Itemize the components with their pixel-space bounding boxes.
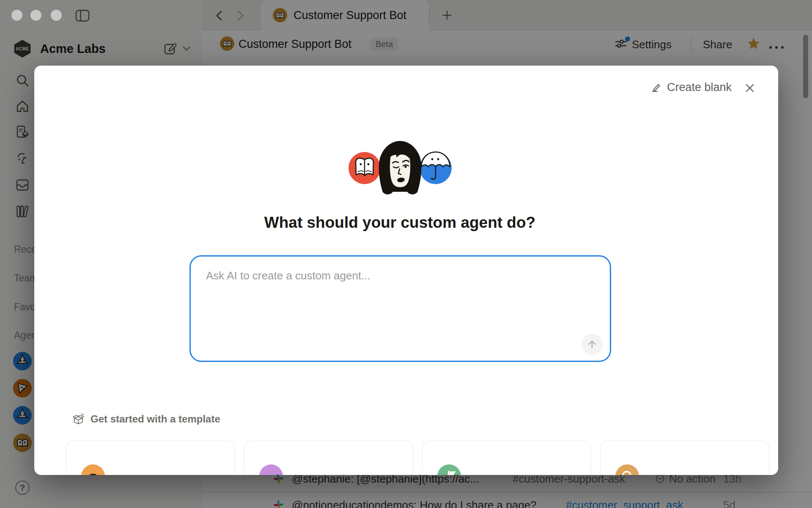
traffic-light-zoom[interactable]: [51, 10, 62, 21]
template-card-icon: [437, 464, 461, 475]
template-card-icon: [259, 464, 283, 475]
agent-illustration: [348, 136, 452, 195]
template-card[interactable]: [422, 441, 591, 475]
template-card[interactable]: [66, 441, 235, 475]
flag-icon: [437, 464, 461, 475]
agent-prompt-inputwrap: [189, 255, 611, 362]
close-icon[interactable]: [744, 83, 755, 94]
agent-prompt-input[interactable]: [189, 255, 611, 362]
open-book-icon: [356, 158, 373, 176]
traffic-light-close[interactable]: [11, 10, 22, 21]
template-card-icon: [81, 464, 105, 475]
hair-arch-icon: [81, 464, 105, 475]
pencil-line-icon: [651, 82, 662, 93]
magnifier-icon: [615, 464, 639, 475]
templates-heading-label: Get started with a template: [91, 413, 220, 425]
create-blank-label: Create blank: [667, 81, 732, 94]
traffic-light-minimize[interactable]: [30, 10, 41, 21]
template-card-icon: [615, 464, 639, 475]
template-cards-row: [66, 441, 769, 475]
modal-heading: What should your custom agent do?: [34, 214, 765, 232]
create-agent-modal: Create blank: [34, 66, 778, 475]
template-card[interactable]: [600, 441, 769, 475]
submit-button[interactable]: [582, 334, 603, 355]
paper-plane-icon: [259, 464, 283, 475]
woman-face: [379, 141, 422, 194]
template-box-icon: [72, 413, 85, 425]
templates-heading: Get started with a template: [72, 413, 220, 425]
create-blank-button[interactable]: Create blank: [651, 81, 732, 94]
template-card[interactable]: [244, 441, 413, 475]
app-window: ACME Acme Labs: [0, 0, 812, 508]
arrow-up-icon: [587, 339, 598, 350]
